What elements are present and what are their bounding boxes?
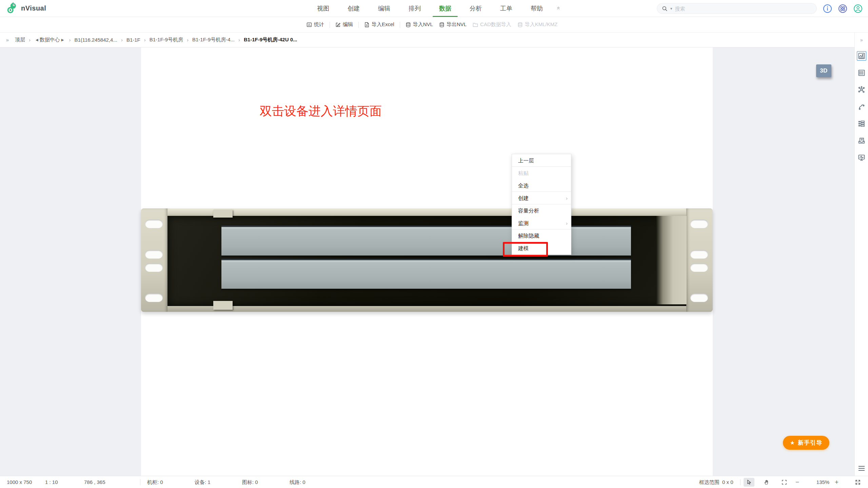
search-input[interactable] [675,6,797,12]
document-icon [364,22,370,27]
nav-item-create[interactable]: 创建 [338,0,369,17]
breadcrumb-prev-arrow-icon[interactable]: ◀ [36,38,38,42]
rack-ear-left [141,208,167,312]
context-menu-item-up-level[interactable]: 上一层 [512,154,571,167]
sidebar-tool-monitor-pulse[interactable] [857,153,866,162]
mount-hole [145,293,163,302]
selection-range-label: 框选范围 [699,476,719,488]
apps-grid-icon[interactable] [838,4,847,13]
context-menu-item-select-all[interactable]: 全选 [512,179,571,192]
app-logo[interactable]: nVisual [5,2,46,15]
context-menu-item-unhide[interactable]: 解除隐藏 [512,229,571,242]
pan-tool-button[interactable] [761,478,772,487]
breadcrumb-next-arrow-icon[interactable]: ▶ [61,38,64,42]
database-icon [406,22,411,27]
sidebar-menu-icon[interactable] [858,466,865,471]
sidebar-tool-route[interactable] [857,102,866,111]
toolbar-button-cad-import[interactable]: CAD数据导入 [470,21,514,28]
drawing-canvas[interactable]: 双击设备进入详情页面 [141,47,713,476]
sidebar-tool-document-tray[interactable] [857,136,866,145]
toolbar-button-import-nvl[interactable]: 导入NVL [402,21,436,28]
fullscreen-expand-icon[interactable] [852,478,863,487]
breadcrumb-item-rack-group[interactable]: B1-1F-9号机房-4... [192,37,235,43]
breadcrumb-item-current[interactable]: B1-1F-9号机房-42U 0... [244,37,297,43]
nav-item-help[interactable]: 帮助 [521,0,552,17]
chart-icon [307,22,312,27]
rack-inner-wall [656,216,687,304]
breadcrumb-separator: › [121,37,123,43]
toolbar-button-import-excel[interactable]: 导入Excel [361,21,397,28]
counter-icons: 图标: 0 [242,476,258,488]
mount-hole [145,220,163,228]
context-menu-item-create[interactable]: 创建 › [512,192,571,204]
mode-3d-button[interactable]: 3D [816,64,831,77]
toolbar-separator [400,22,400,28]
search-icon [662,6,668,12]
nav-item-edit[interactable]: 编辑 [369,0,399,17]
toolbar-label: 编辑 [343,21,353,28]
toolbar-label: CAD数据导入 [480,21,511,28]
database-icon [439,22,445,27]
sidebar-collapse-icon[interactable]: » [855,33,868,47]
zoom-level-value[interactable]: 135% [813,476,833,488]
submenu-arrow-icon: › [566,217,568,229]
edit-icon [335,22,341,27]
nav-item-data[interactable]: 数据 [430,0,460,17]
breadcrumb-item-b1[interactable]: B1(116.245842,4... [74,37,117,43]
database-icon [517,22,523,27]
toolbar-button-statistics[interactable]: 统计 [303,21,327,28]
zoom-out-button[interactable]: − [795,476,799,488]
topology-icon [858,86,865,94]
sidebar-tool-list-view[interactable] [857,68,866,78]
breadcrumb-expand-icon[interactable]: » [0,37,15,43]
toolbar-button-import-kml[interactable]: 导入KML/KMZ [514,21,561,28]
toolbar-label: 导出NVL [447,21,467,28]
rack-bracket [213,301,233,310]
select-tool-button[interactable] [744,478,754,487]
selection-range-value: 0 x 0 [722,476,733,488]
sidebar-tool-image-view[interactable] [857,51,866,61]
nav-item-analysis[interactable]: 分析 [460,0,491,17]
global-search[interactable]: ▾ [657,3,817,14]
top-header: nVisual 视图 创建 编辑 排列 数据 分析 工单 帮助 » ▾ [0,0,868,17]
rack-top-face [167,208,686,216]
beginner-guide-button[interactable]: ★ 新手引导 [783,436,829,450]
counter-devices: 设备: 1 [195,476,211,488]
breadcrumb-item-b1-1f[interactable]: B1-1F [126,37,140,43]
nav-item-view[interactable]: 视图 [308,0,338,17]
sidebar-tool-topology[interactable] [857,85,866,95]
context-menu-item-paste[interactable]: 粘贴 [512,167,571,179]
context-menu: 上一层 粘贴 全选 创建 › 容量分析 监测 › 解除隐藏 建模 [512,154,571,255]
toolbar-button-export-nvl[interactable]: 导出NVL [436,21,470,28]
sidebar-tool-layer-settings[interactable] [857,119,866,128]
zoom-in-button[interactable]: + [835,476,839,488]
mount-hole [690,250,708,259]
context-menu-label: 监测 [518,220,529,226]
nav-item-workorder[interactable]: 工单 [491,0,521,17]
chameleon-logo-icon [5,2,18,15]
breadcrumb-separator: › [187,37,189,43]
device-rack[interactable] [141,208,713,312]
toolbar-label: 导入NVL [413,21,433,28]
context-menu-item-monitor[interactable]: 监测 › [512,217,571,229]
info-icon[interactable] [823,4,832,13]
breadcrumb-item-datacenter[interactable]: 数据中心 [40,37,60,43]
user-avatar-icon[interactable] [853,4,863,13]
fit-view-button[interactable] [779,478,790,487]
search-scope-chevron-icon[interactable]: ▾ [670,6,672,11]
breadcrumb-separator: › [69,37,71,43]
rack-slot-2[interactable] [221,259,631,289]
menu-collapse-icon[interactable]: » [552,0,564,17]
nav-item-arrange[interactable]: 排列 [399,0,430,17]
breadcrumb-item-room[interactable]: B1-1F-9号机房 [150,37,183,43]
breadcrumb-item-top[interactable]: 顶层 [15,37,25,43]
header-right-cluster: ▾ [657,0,863,17]
context-menu-item-modeling[interactable]: 建模 [512,242,571,255]
context-menu-item-capacity-analysis[interactable]: 容量分析 [512,204,571,217]
nav-item-data-label: 数据 [439,5,451,12]
toolbar-button-edit[interactable]: 编辑 [332,21,356,28]
canvas-size-value: 1000 x 750 [7,476,32,488]
context-menu-label: 创建 [518,195,529,201]
star-icon: ★ [790,440,795,446]
scale-value: 1 : 10 [45,476,58,488]
